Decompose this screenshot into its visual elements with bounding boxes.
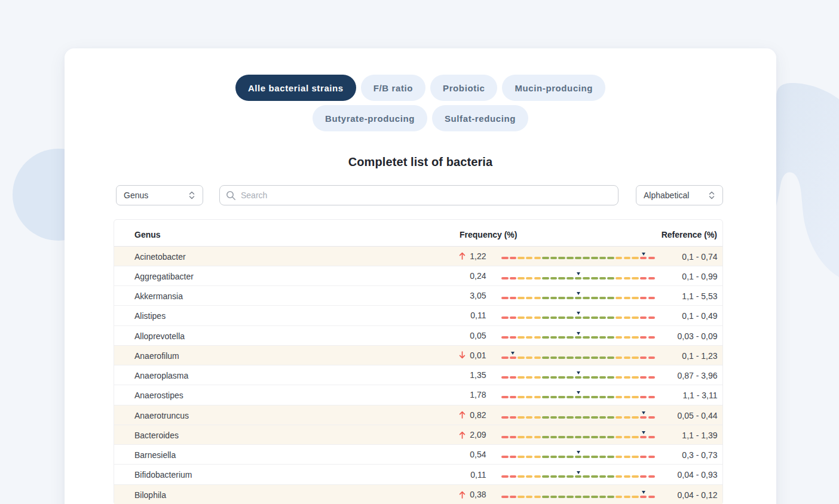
scale-dash-yellow	[624, 336, 631, 339]
scale-dash-yellow	[526, 396, 533, 398]
genus-cell: Acinetobacter	[134, 247, 186, 267]
range-bar-track	[501, 357, 655, 359]
controls-row: Genus Alphabetical	[65, 185, 776, 205]
scale-dash-yellow	[526, 316, 533, 319]
scale-dash-yellow	[624, 376, 631, 379]
frequency-cell: 0,01	[401, 346, 486, 365]
table-row[interactable]: Bifidobacterium 0,11 0,04 - 0,93	[114, 465, 722, 484]
scale-dash-yellow	[616, 436, 623, 438]
frequency-cell: 0,82	[401, 405, 486, 425]
scale-dash-red	[640, 357, 647, 359]
range-bar-track	[501, 336, 655, 339]
scale-dash-green	[575, 277, 582, 279]
frequency-value: 0,11	[470, 311, 486, 320]
table-row[interactable]: Anaerotruncus 0,82 0,05 - 0,44	[114, 405, 722, 425]
genus-cell: Anaerostipes	[134, 385, 183, 405]
scale-dash-yellow	[526, 357, 533, 359]
scale-dash-green	[591, 456, 598, 458]
table-row[interactable]: Anaerofilum 0,01 0,1 - 1,23	[114, 346, 722, 365]
range-bar-track	[501, 376, 655, 379]
search-icon	[226, 190, 236, 201]
scale-dash-yellow	[616, 475, 623, 478]
scale-dash-red	[501, 475, 509, 478]
scale-dash-yellow	[624, 257, 631, 259]
range-bar-track	[501, 475, 655, 478]
scale-dash-green	[599, 496, 607, 498]
scale-dash-red	[510, 436, 517, 438]
table-row[interactable]: Akkermansia 3,05 1,1 - 5,53	[114, 286, 722, 306]
value-marker	[577, 292, 580, 295]
scale-dash-green	[599, 436, 607, 438]
scale-dash-yellow	[534, 436, 541, 438]
scale-dash-red	[640, 336, 647, 339]
scale-dash-yellow	[518, 416, 525, 419]
genus-cell: Bilophila	[134, 485, 166, 504]
filter-pill[interactable]: Sulfat-reducing	[432, 105, 528, 131]
scale-dash-yellow	[534, 297, 541, 299]
scale-dash-yellow	[624, 396, 631, 398]
table-row[interactable]: Bilophila 0,38 0,04 - 0,12	[114, 485, 722, 504]
table-row[interactable]: Alloprevotella 0,05 0,03 - 0,09	[114, 326, 722, 346]
scale-dash-green	[591, 396, 598, 398]
scale-dash-green	[583, 475, 590, 478]
filter-pill[interactable]: Butyrate-producing	[313, 105, 427, 131]
scale-dash-red	[501, 357, 509, 359]
table-row[interactable]: Alistipes 0,11 0,1 - 0,49	[114, 306, 722, 325]
scale-dash-green	[558, 456, 565, 458]
scale-dash-red	[501, 376, 509, 379]
frequency-value: 0,11	[470, 470, 486, 480]
scale-dash-yellow	[616, 456, 623, 458]
scale-dash-green	[607, 357, 614, 359]
reference-cell: 1,1 - 3,11	[682, 385, 717, 405]
range-bar	[501, 326, 655, 345]
value-marker	[577, 371, 580, 374]
range-bar-track	[501, 257, 655, 259]
scale-dash-yellow	[534, 475, 541, 478]
value-marker	[577, 451, 580, 454]
genus-cell: Anaerofilum	[134, 346, 179, 366]
scale-dash-yellow	[616, 297, 623, 299]
scale-dash-yellow	[526, 277, 533, 279]
scale-dash-green	[550, 456, 558, 458]
filter-pills: Alle bacterial strainsF/B ratioProbiotic…	[65, 75, 776, 131]
table-row[interactable]: Aggregatibacter 0,24 0,1 - 0,99	[114, 266, 722, 286]
table-row[interactable]: Anaeroplasma 1,35 0,87 - 3,96	[114, 365, 722, 385]
scale-dash-green	[591, 376, 598, 379]
frequency-value: 0,82	[470, 410, 486, 420]
trend-up-icon	[459, 411, 466, 419]
scale-dash-green	[575, 297, 582, 299]
table-row[interactable]: Barnesiella 0,54 0,3 - 0,73	[114, 445, 722, 465]
scale-dash-yellow	[518, 277, 525, 279]
filter-pill[interactable]: Alle bacterial strains	[235, 75, 356, 101]
filter-pill[interactable]: F/B ratio	[361, 75, 425, 101]
sort-select[interactable]: Alphabetical	[636, 185, 723, 205]
table-row[interactable]: Bacteroides 2,09 1,1 - 1,39	[114, 425, 722, 445]
scale-dash-yellow	[616, 316, 623, 319]
scale-dash-red	[648, 257, 656, 259]
genus-cell: Alloprevotella	[134, 326, 185, 346]
reference-cell: 0,3 - 0,73	[682, 445, 717, 465]
scale-dash-red	[501, 436, 509, 438]
search-input[interactable]	[241, 190, 612, 200]
table-row[interactable]: Acinetobacter 1,22 0,1 - 0,74	[114, 247, 722, 266]
value-marker	[577, 312, 580, 315]
filter-pill[interactable]: Probiotic	[430, 75, 497, 101]
scale-dash-green	[542, 396, 549, 398]
frequency-value: 0,54	[470, 450, 486, 459]
scale-dash-green	[558, 475, 565, 478]
scale-dash-green	[583, 496, 590, 498]
value-marker	[642, 491, 645, 494]
table-row[interactable]: Anaerostipes 1,78 1,1 - 3,11	[114, 385, 722, 405]
scale-dash-green	[550, 336, 558, 339]
scale-dash-green	[550, 277, 558, 279]
group-select[interactable]: Genus	[116, 185, 203, 205]
scale-dash-yellow	[616, 396, 623, 398]
filter-pill[interactable]: Mucin-producing	[502, 75, 605, 101]
scale-dash-green	[567, 376, 574, 379]
scale-dash-green	[542, 277, 549, 279]
scale-dash-green	[542, 376, 549, 379]
scale-dash-green	[575, 376, 582, 379]
scale-dash-green	[550, 376, 558, 379]
scale-dash-yellow	[632, 475, 639, 478]
scale-dash-green	[558, 436, 565, 438]
